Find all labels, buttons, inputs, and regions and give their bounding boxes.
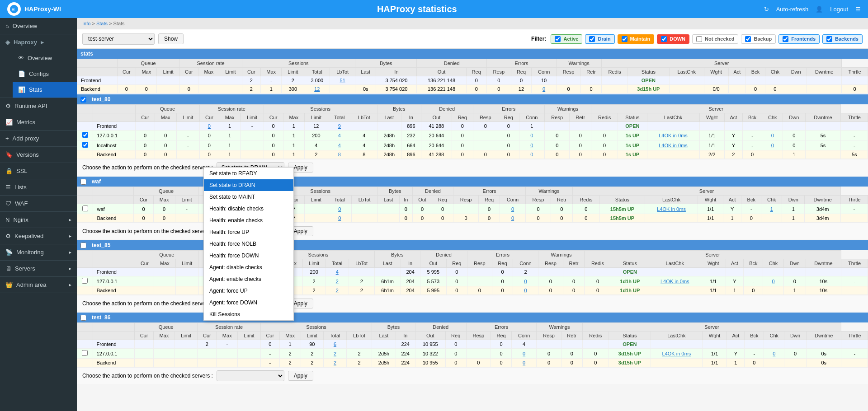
sidebar-item-configs[interactable]: 📄 Configs [13,66,77,82]
filter-down-check[interactable] [661,36,667,42]
td-lastchk[interactable]: L4OK in 0ms [649,276,701,286]
filter-maintain[interactable]: Maintain [618,34,655,44]
td[interactable]: 2 [324,359,347,367]
sidebar-item-stats[interactable]: 📊 Stats [13,82,77,98]
waf-checkbox[interactable] [80,179,86,185]
td[interactable]: 0 [763,276,783,286]
sidebar-item-haproxy-overview[interactable]: 👁 Overview [13,50,77,66]
td-econn[interactable]: 0 [532,85,557,93]
sidebar-item-ssl[interactable]: 🔒 SSL [0,163,77,179]
dd-item-health-enable[interactable]: Health: enable checks [204,215,293,226]
sidebar-group-haproxy[interactable]: ◈ Haproxy ▸ [0,34,77,50]
sidebar-item-add-proxy[interactable]: + Add proxy [0,131,77,146]
server-checkbox[interactable] [82,278,88,284]
td-lastchk[interactable]: L4OK in 0ms [651,349,702,359]
breadcrumb-stats1[interactable]: Stats [96,21,108,26]
breadcrumb-info[interactable]: Info [82,21,90,26]
td[interactable]: 8 [328,150,351,159]
sidebar-item-overview[interactable]: ⌂ Overview [0,18,77,34]
menu-icon[interactable]: ☰ [855,6,861,13]
td[interactable]: 1 [761,204,782,214]
td[interactable]: 0 [519,140,544,150]
sidebar-item-monitoring[interactable]: 📡 Monitoring ▸ [0,244,77,260]
dd-item-maint[interactable]: Set state to MAINT [204,191,293,203]
dd-item-agent-down[interactable]: Agent: force DOWN [204,297,293,308]
filter-backup[interactable]: Backup [741,34,776,44]
sidebar-item-waf[interactable]: 🛡 WAF [0,196,77,211]
filter-active[interactable]: Active [551,34,582,44]
sidebar-item-nginx[interactable]: N Nginx ▸ [0,212,77,228]
sidebar-item-metrics[interactable]: 📈 Metrics [0,114,77,130]
test86-action-select[interactable] [217,370,284,381]
dd-item-agent-enable[interactable]: Agent: enable checks [204,273,293,285]
filter-drain-check[interactable] [589,36,595,42]
td-lastchk[interactable]: L4OK in 0ms [647,131,699,140]
td-srcur[interactable]: 0 [200,122,219,131]
td[interactable]: 4 [326,268,349,276]
sidebar-item-runtime[interactable]: ⚙ Runtime API [0,98,77,114]
td[interactable]: 0 [519,131,544,140]
sidebar-item-servers[interactable]: 🖥 Servers ▸ [0,261,77,276]
dd-item-drain[interactable]: Set state to DRAIN [204,179,293,191]
auto-refresh-link[interactable]: Auto-refresh [776,6,809,13]
sidebar-label-keepalived: Keepalived [14,233,43,239]
td[interactable]: 4 [328,131,351,140]
td[interactable]: 2 [324,349,347,359]
dd-item-health-down[interactable]: Health: force DOWN [204,250,293,262]
dd-item-health-up[interactable]: Health: force UP [204,226,293,238]
td[interactable]: 0 [511,359,536,367]
filter-notchecked[interactable]: Not checked [692,34,738,44]
td-stotal[interactable]: 12 [304,85,330,93]
sidebar-item-versions[interactable]: 🔖 Versions [0,147,77,163]
td-slbtot[interactable]: 51 [330,76,355,85]
td[interactable]: 0 [519,150,544,159]
filter-drain[interactable]: Drain [585,34,614,44]
test86-apply-button[interactable]: Apply [288,371,313,381]
test86-checkbox[interactable] [80,315,86,321]
td[interactable]: 0 [513,276,538,286]
td[interactable]: 4 [328,140,351,150]
td[interactable]: 0 [764,349,784,359]
server-checkbox[interactable] [82,350,88,356]
sidebar-item-lists[interactable]: ☰ Lists [0,179,77,195]
dd-item-agent-up[interactable]: Agent: force UP [204,285,293,297]
td[interactable]: 2 [326,276,349,286]
td[interactable]: 0 [511,349,536,359]
td[interactable]: 0 [328,204,351,214]
filter-frontends-check[interactable] [783,36,788,42]
filter-backends[interactable]: Backends [822,34,863,44]
sidebar-item-admin[interactable]: 👑 Admin area ▸ [0,277,77,293]
dd-item-health-disable[interactable]: Health: disable checks [204,203,293,215]
td[interactable]: 0 [762,131,783,140]
td[interactable]: 0 [328,214,351,223]
server-checkbox[interactable] [82,142,88,148]
filter-notchecked-check[interactable] [696,36,702,42]
server-checkbox[interactable] [82,206,88,211]
td[interactable]: 0 [500,214,526,223]
dd-item-kill-sessions[interactable]: Kill Sessions [204,308,293,320]
dd-item-agent-disable[interactable]: Agent: disable checks [204,262,293,273]
td[interactable]: 6 [324,340,347,349]
filter-backends-check[interactable] [826,36,832,42]
td[interactable]: 0 [762,140,783,150]
td-lastchk[interactable]: L4OK in 0ms [645,204,698,214]
filter-maintain-check[interactable] [622,36,627,42]
test85-checkbox[interactable] [80,243,86,248]
server-select[interactable]: test-server [82,33,155,45]
test80-checkbox[interactable] [80,97,86,103]
sidebar-item-keepalived[interactable]: ♻ Keepalived ▸ [0,228,77,244]
server-checkbox[interactable] [82,132,88,138]
dd-item-health-nolb[interactable]: Health: force NOLB [204,238,293,250]
show-button[interactable]: Show [158,33,184,44]
filter-backup-check[interactable] [745,36,751,42]
filter-frontends[interactable]: Frontends [778,34,820,44]
filter-active-check[interactable] [555,36,561,42]
dd-item-ready[interactable]: Set state to READY [204,168,293,179]
filter-down[interactable]: DOWN [657,34,689,44]
td[interactable]: 9 [328,122,351,131]
td[interactable]: 2 [326,286,349,295]
td[interactable]: 0 [500,204,526,214]
td[interactable]: 0 [513,286,538,295]
td-lastchk[interactable]: L4OK in 0ms [647,140,699,150]
logout-link[interactable]: Logout [830,6,848,13]
